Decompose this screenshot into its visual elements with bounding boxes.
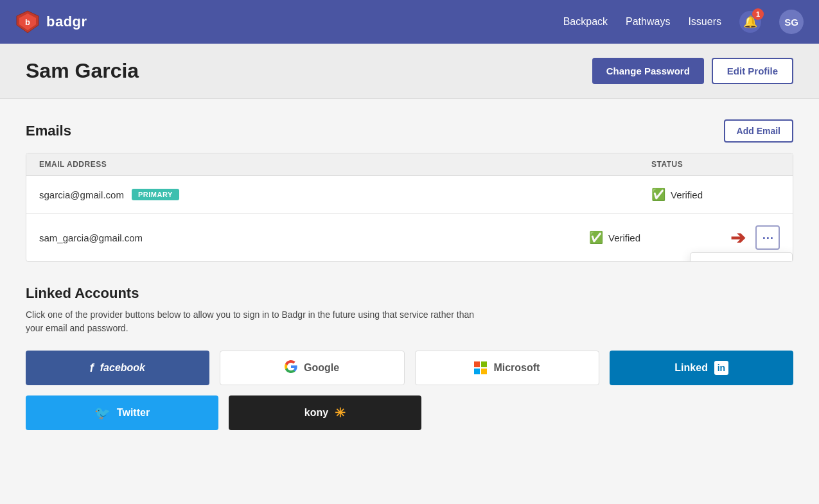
- provider-buttons-row-2: 🐦 Twitter kony ✳: [26, 395, 793, 430]
- email-address-cell: sgarcia@gmail.com PRIMARY: [39, 189, 651, 200]
- checkmark-icon: ✓: [702, 261, 710, 262]
- email-table-header: EMAIL ADDRESS STATUS: [26, 153, 793, 176]
- linkedin-label: Linked: [674, 362, 708, 374]
- notification-badge: 1: [752, 8, 764, 20]
- kony-label: kony: [304, 407, 328, 419]
- twitter-icon: 🐦: [94, 405, 110, 421]
- arrow-indicator-icon: ➔: [730, 227, 745, 248]
- email-address-cell: sam_garcia@gmail.com: [39, 232, 589, 243]
- navbar-right: Backpack Pathways Issuers 🔔 1 SG: [563, 10, 804, 34]
- email-row: sam_garcia@gmail.com ✅ Verified ➔ ⋯ ✓ Ma…: [26, 214, 793, 261]
- kony-icon: ✳: [335, 405, 346, 421]
- google-label: Google: [304, 362, 339, 374]
- make-primary-label: Make primary: [717, 261, 775, 262]
- microsoft-label: Microsoft: [493, 362, 540, 374]
- main-content: Emails Add Email EMAIL ADDRESS STATUS sg…: [0, 99, 819, 461]
- email-status-cell: ✅ Verified: [651, 187, 780, 202]
- twitter-provider-button[interactable]: 🐦 Twitter: [26, 395, 218, 430]
- email-address-col-header: EMAIL ADDRESS: [39, 160, 651, 169]
- email-table: EMAIL ADDRESS STATUS sgarcia@gmail.com P…: [26, 153, 793, 262]
- twitter-label: Twitter: [117, 407, 150, 419]
- microsoft-icon: [474, 361, 487, 374]
- status-col-header: STATUS: [651, 160, 780, 169]
- linked-accounts-section: Linked Accounts Click one of the provide…: [26, 285, 793, 430]
- email-dropdown-menu: ✓ Make primary 🗑 Remove: [690, 252, 793, 262]
- google-icon: [285, 360, 297, 376]
- kony-provider-button[interactable]: kony ✳: [229, 395, 421, 430]
- linked-accounts-title: Linked Accounts: [26, 285, 793, 302]
- profile-header: Sam Garcia Change Password Edit Profile: [0, 44, 819, 99]
- email-status-cell: ✅ Verified: [589, 230, 718, 245]
- google-provider-button[interactable]: Google: [220, 351, 405, 385]
- svg-text:b: b: [25, 17, 30, 27]
- nav-link-backpack[interactable]: Backpack: [563, 16, 608, 28]
- emails-section-title: Emails: [26, 123, 71, 139]
- nav-link-pathways[interactable]: Pathways: [626, 16, 670, 28]
- verified-icon: ✅: [589, 230, 603, 245]
- make-primary-option[interactable]: ✓ Make primary: [691, 253, 792, 262]
- profile-name: Sam Garcia: [26, 59, 139, 83]
- email-action-area: ➔ ⋯: [730, 225, 780, 250]
- navbar-left: b badgr: [15, 10, 87, 34]
- linkedin-provider-button[interactable]: Linked in: [610, 351, 793, 385]
- change-password-button[interactable]: Change Password: [592, 58, 704, 84]
- profile-actions: Change Password Edit Profile: [592, 58, 793, 84]
- navbar-brand-text: badgr: [46, 13, 87, 30]
- verified-icon: ✅: [651, 187, 665, 202]
- notification-bell-button[interactable]: 🔔 1: [739, 11, 761, 33]
- facebook-icon: f: [90, 361, 94, 375]
- email-address-text: sam_garcia@gmail.com: [39, 232, 143, 243]
- facebook-label: facebook: [100, 362, 145, 374]
- more-options-button[interactable]: ⋯: [755, 225, 780, 250]
- linkedin-icon: in: [714, 361, 728, 375]
- add-email-button[interactable]: Add Email: [724, 119, 793, 143]
- primary-badge: PRIMARY: [132, 189, 179, 200]
- microsoft-provider-button[interactable]: Microsoft: [415, 351, 600, 385]
- provider-buttons-row-1: f facebook Google: [26, 351, 793, 385]
- badgr-logo-icon: b: [15, 10, 40, 34]
- linked-accounts-description: Click one of the provider buttons below …: [26, 308, 475, 335]
- email-address-text: sgarcia@gmail.com: [39, 189, 124, 200]
- email-row: sgarcia@gmail.com PRIMARY ✅ Verified: [26, 176, 793, 214]
- emails-section-header: Emails Add Email: [26, 119, 793, 143]
- facebook-provider-button[interactable]: f facebook: [26, 351, 209, 385]
- verified-text: Verified: [671, 189, 703, 200]
- edit-profile-button[interactable]: Edit Profile: [712, 58, 793, 84]
- user-avatar[interactable]: SG: [779, 10, 804, 34]
- verified-text: Verified: [608, 232, 640, 243]
- navbar: b badgr Backpack Pathways Issuers 🔔 1 SG: [0, 0, 819, 44]
- nav-link-issuers[interactable]: Issuers: [688, 16, 721, 28]
